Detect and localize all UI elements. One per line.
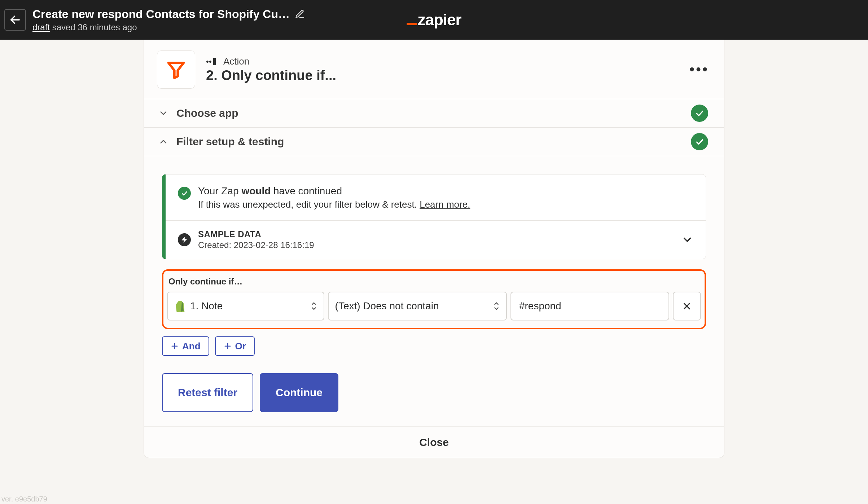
svg-marker-5: [182, 237, 187, 243]
learn-more-link[interactable]: Learn more.: [420, 199, 470, 210]
step-app-icon: [157, 50, 195, 89]
svg-marker-1: [168, 63, 184, 78]
bolt-icon: [181, 236, 188, 243]
zapier-logo: zapier: [407, 11, 461, 29]
section-label: Choose app: [176, 107, 238, 119]
chevron-up-icon: [158, 137, 168, 147]
check-icon: [695, 137, 704, 146]
add-and-button[interactable]: And: [162, 336, 209, 356]
filter-setup-body: Your Zap would have continued If this wa…: [144, 156, 724, 426]
filter-condition-row: 1. Note (Text) Does not contain: [167, 292, 701, 320]
filter-funnel-icon: [166, 59, 186, 80]
continue-button[interactable]: Continue: [260, 373, 338, 412]
check-icon: [695, 109, 704, 118]
sample-data-row[interactable]: SAMPLE DATA Created: 2023-02-28 16:16:19: [166, 220, 706, 259]
close-icon: [682, 301, 692, 311]
sample-subtitle: Created: 2023-02-28 16:16:19: [198, 240, 314, 250]
top-bar: Create new respond Contacts for Shopify …: [0, 0, 868, 40]
chevron-down-icon: [158, 108, 168, 118]
svg-point-3: [209, 61, 211, 63]
logo-underscore-icon: [407, 23, 417, 25]
alert-message: Your Zap would have continued: [198, 185, 470, 197]
shopify-icon: [174, 300, 185, 312]
svg-point-2: [206, 61, 209, 63]
andor-row: And Or: [162, 336, 706, 356]
plus-icon: [171, 342, 179, 350]
filter-field-select[interactable]: 1. Note: [167, 292, 324, 320]
updown-icon: [310, 301, 318, 311]
arrow-left-icon: [9, 14, 21, 26]
alert-subtext: If this was unexpected, edit your filter…: [198, 199, 470, 210]
chevron-down-icon: [681, 234, 693, 246]
filter-condition-label: (Text) Does not contain: [335, 300, 500, 312]
svg-rect-4: [213, 58, 216, 65]
filter-value-input-wrap[interactable]: [510, 292, 669, 320]
check-icon: [181, 190, 188, 197]
success-badge: [178, 187, 191, 200]
add-or-button[interactable]: Or: [215, 336, 255, 356]
step-type-label: Action: [223, 56, 249, 67]
step-more-button[interactable]: •••: [689, 61, 709, 78]
section-filter-setup[interactable]: Filter setup & testing: [144, 127, 724, 156]
step-panel: Action 2. Only continue if... ••• Choose…: [144, 40, 724, 458]
title-block: Create new respond Contacts for Shopify …: [32, 8, 305, 32]
edit-title-icon[interactable]: [295, 9, 305, 19]
filter-heading: Only continue if…: [168, 277, 701, 287]
remove-condition-button[interactable]: [673, 292, 701, 320]
section-complete-badge: [691, 105, 708, 122]
plus-icon: [224, 342, 232, 350]
zap-title[interactable]: Create new respond Contacts for Shopify …: [32, 8, 290, 21]
retest-filter-button[interactable]: Retest filter: [162, 373, 253, 412]
bolt-badge: [178, 233, 191, 246]
section-complete-badge: [691, 133, 708, 150]
action-buttons: Retest filter Continue: [162, 373, 706, 412]
section-label: Filter setup & testing: [176, 136, 284, 148]
step-header: Action 2. Only continue if... •••: [144, 40, 724, 99]
filter-builder-highlight: Only continue if… 1. Note (Text) Does no…: [162, 269, 706, 329]
back-button[interactable]: [4, 9, 26, 31]
path-glyph-icon: [206, 57, 219, 67]
sample-title: SAMPLE DATA: [198, 229, 314, 239]
draft-status: draft saved 36 minutes ago: [32, 22, 305, 32]
step-title: 2. Only continue if...: [206, 68, 336, 83]
filter-condition-select[interactable]: (Text) Does not contain: [328, 292, 507, 320]
close-button[interactable]: Close: [144, 426, 724, 458]
draft-link[interactable]: draft: [32, 22, 50, 32]
updown-icon: [492, 301, 500, 311]
filter-field-label: 1. Note: [190, 300, 317, 312]
section-choose-app[interactable]: Choose app: [144, 99, 724, 127]
test-result-card: Your Zap would have continued If this wa…: [162, 174, 706, 259]
version-text: ver. e9e5db79: [1, 495, 47, 503]
filter-value-input[interactable]: [519, 300, 661, 312]
